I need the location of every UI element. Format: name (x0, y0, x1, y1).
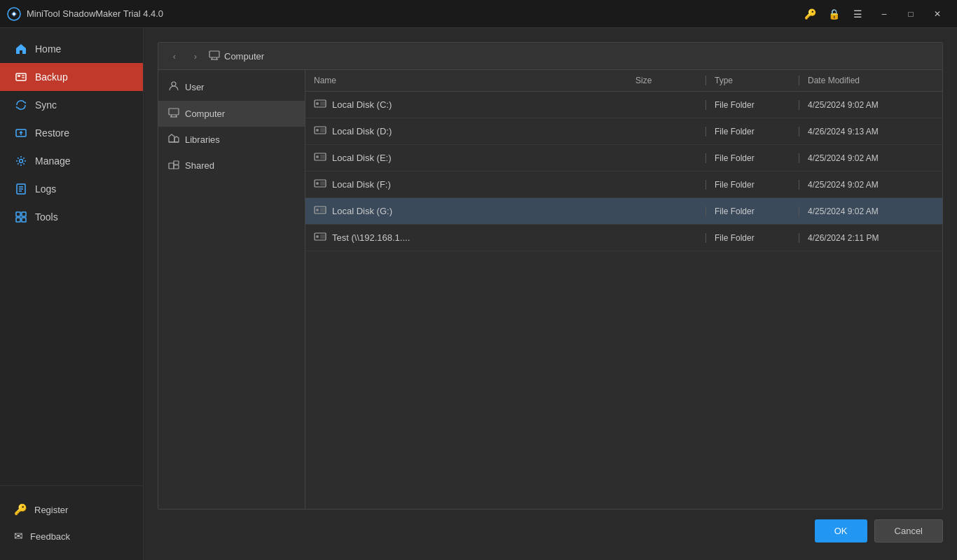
logs-icon (14, 182, 28, 196)
file-date-test: 4/26/2024 2:11 PM (808, 233, 934, 243)
app-logo (7, 7, 21, 21)
col-header-date: Date Modified (808, 76, 934, 85)
main-layout: Home Backup Sync Restore (0, 28, 957, 560)
back-button[interactable]: ‹ (167, 48, 182, 64)
sidebar-item-home[interactable]: Home (0, 35, 143, 63)
manage-icon (14, 154, 28, 168)
svg-point-46 (316, 182, 319, 185)
svg-point-41 (316, 155, 319, 158)
bottom-bar: OK Cancel (158, 510, 943, 546)
file-name-c: Local Disk (C:) (314, 99, 635, 111)
file-name-d: Local Disk (D:) (314, 125, 635, 137)
computer-icon (209, 50, 220, 62)
file-date-c: 4/25/2024 9:02 AM (808, 100, 934, 110)
close-button[interactable]: ✕ (925, 4, 950, 24)
register-label: Register (34, 505, 68, 515)
col-divider-2 (799, 76, 799, 85)
file-name-test: Test (\\192.168.1.... (314, 232, 635, 244)
register-icon: 🔑 (14, 503, 27, 516)
file-list-panel: Name Size Type Date Modified (305, 70, 942, 509)
forward-button[interactable]: › (188, 48, 203, 64)
sidebar-label-tools: Tools (35, 211, 58, 223)
file-type-g: File Folder (715, 206, 799, 216)
restore-icon (14, 126, 28, 140)
svg-point-8 (20, 160, 23, 163)
svg-rect-15 (16, 218, 20, 222)
file-date-e: 4/25/2024 9:02 AM (808, 153, 934, 163)
svg-rect-13 (16, 212, 20, 216)
user-tree-icon (168, 80, 179, 94)
svg-point-36 (316, 129, 319, 132)
sidebar-nav: Home Backup Sync Restore (0, 28, 143, 485)
svg-point-31 (316, 102, 319, 105)
svg-rect-29 (174, 165, 179, 169)
file-row-g[interactable]: Local Disk (G:) File Folder 4/25/2024 9:… (305, 198, 942, 225)
file-row-c[interactable]: Local Disk (C:) File Folder 4/25/2024 9:… (305, 92, 942, 118)
sidebar-item-manage[interactable]: Manage (0, 147, 143, 175)
file-date-d: 4/26/2024 9:13 AM (808, 127, 934, 136)
cancel-button[interactable]: Cancel (874, 519, 943, 542)
location-text: Computer (224, 51, 264, 62)
tree-panel: User Computer (158, 70, 305, 509)
disk-icon-c (314, 99, 326, 111)
sidebar-label-manage: Manage (35, 155, 71, 167)
tree-item-shared[interactable]: Shared (158, 153, 305, 178)
svg-rect-14 (22, 212, 26, 216)
ok-button[interactable]: OK (815, 519, 867, 542)
backup-icon (14, 70, 28, 84)
feedback-item[interactable]: ✉ Feedback (0, 523, 143, 550)
file-row-d[interactable]: Local Disk (D:) File Folder 4/26/2024 9:… (305, 118, 942, 145)
title-bar: MiniTool ShadowMaker Trial 4.4.0 🔑 🔒 ☰ –… (0, 0, 957, 28)
sidebar-bottom: 🔑 Register ✉ Feedback (0, 485, 143, 560)
browser-body: User Computer (158, 70, 942, 509)
sidebar-item-logs[interactable]: Logs (0, 175, 143, 203)
file-type-c: File Folder (715, 100, 799, 110)
file-row-e[interactable]: Local Disk (E:) File Folder 4/25/2024 9:… (305, 145, 942, 172)
sidebar-item-sync[interactable]: Sync (0, 91, 143, 119)
sidebar-item-tools[interactable]: Tools (0, 203, 143, 231)
feedback-label: Feedback (30, 531, 70, 542)
svg-point-1 (13, 13, 15, 15)
disk-icon-f (314, 178, 326, 190)
file-date-g: 4/25/2024 9:02 AM (808, 206, 934, 216)
disk-icon-d (314, 125, 326, 137)
minimize-button[interactable]: – (872, 4, 897, 24)
location-bar: Computer (209, 50, 264, 62)
shared-tree-icon (168, 160, 179, 172)
svg-rect-28 (174, 161, 179, 164)
col-header-size: Size (635, 76, 705, 85)
file-row-test[interactable]: Test (\\192.168.1.... File Folder 4/26/2… (305, 225, 942, 251)
file-list-body: Local Disk (C:) File Folder 4/25/2024 9:… (305, 92, 942, 509)
content-area: ‹ › Computer (144, 28, 957, 560)
svg-rect-27 (169, 163, 174, 169)
svg-point-21 (172, 82, 176, 86)
sidebar-item-backup[interactable]: Backup (0, 63, 143, 91)
computer-tree-icon (168, 108, 179, 120)
file-name-g: Local Disk (G:) (314, 205, 635, 217)
menu-icon[interactable]: ☰ (851, 8, 865, 20)
tree-item-computer[interactable]: Computer (158, 101, 305, 127)
file-type-test: File Folder (715, 233, 799, 243)
sync-icon (14, 98, 28, 112)
tree-item-libraries[interactable]: Libraries (158, 127, 305, 153)
network-icon-test (314, 232, 326, 244)
svg-rect-22 (169, 108, 179, 115)
sidebar-label-home: Home (35, 43, 61, 55)
col-header-name: Name (314, 76, 635, 85)
col-divider-1 (705, 76, 706, 85)
svg-point-56 (316, 235, 319, 238)
register-item[interactable]: 🔑 Register (0, 496, 143, 523)
key-icon[interactable]: 🔑 (803, 8, 817, 20)
svg-rect-16 (22, 218, 26, 222)
tree-item-user[interactable]: User (158, 74, 305, 101)
sidebar-item-restore[interactable]: Restore (0, 119, 143, 147)
file-row-f[interactable]: Local Disk (F:) File Folder 4/25/2024 9:… (305, 172, 942, 198)
file-list-header: Name Size Type Date Modified (305, 70, 942, 92)
restore-button[interactable]: □ (898, 4, 923, 24)
tree-label-shared: Shared (185, 160, 214, 171)
sidebar-label-backup: Backup (35, 71, 68, 83)
lock-icon[interactable]: 🔒 (827, 8, 841, 20)
tree-label-user: User (185, 82, 204, 92)
tree-label-computer: Computer (185, 108, 225, 119)
file-type-d: File Folder (715, 127, 799, 136)
